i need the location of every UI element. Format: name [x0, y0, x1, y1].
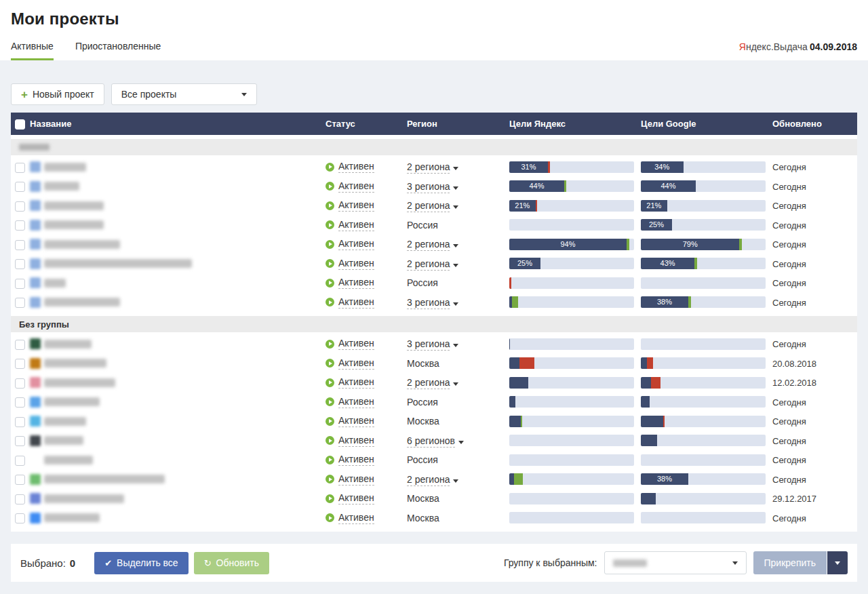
status-link[interactable]: Активен [338, 512, 374, 524]
column-header-updated[interactable]: Обновлено [772, 119, 857, 129]
project-name-redacted[interactable] [44, 220, 104, 229]
project-name-redacted[interactable] [44, 456, 93, 464]
region-dropdown-link[interactable]: 3 региона [407, 297, 450, 309]
project-name-redacted[interactable] [44, 494, 124, 503]
row-checkbox[interactable] [15, 220, 25, 231]
group-name-redacted [19, 144, 50, 151]
row-checkbox[interactable] [15, 259, 25, 269]
yandex-goals-bar [509, 512, 634, 523]
goal-bar-segment-navy [641, 396, 650, 408]
row-checkbox[interactable] [15, 513, 25, 523]
status-link[interactable]: Активен [338, 338, 374, 350]
status-link[interactable]: Активен [338, 199, 374, 212]
status-link[interactable]: Активен [338, 492, 374, 504]
project-favicon [30, 435, 41, 446]
goal-bar-segment-green [694, 258, 697, 269]
project-name-redacted[interactable] [44, 378, 115, 387]
status-link[interactable]: Активен [338, 296, 374, 309]
status-link[interactable]: Активен [338, 161, 374, 173]
region-label: Россия [407, 277, 438, 288]
region-dropdown-link[interactable]: 3 региона [407, 338, 450, 351]
project-name-redacted[interactable] [44, 513, 100, 522]
project-name-redacted[interactable] [44, 359, 106, 368]
page-header: Мои проекты Активные Приостановленные Ян… [0, 0, 868, 60]
group-select[interactable] [604, 551, 747, 574]
project-name-redacted[interactable] [44, 182, 79, 191]
refresh-button[interactable]: ↻ Обновить [194, 552, 269, 574]
row-checkbox[interactable] [15, 163, 25, 173]
status-link[interactable]: Активен [338, 396, 374, 408]
new-project-button[interactable]: + Новый проект [11, 83, 104, 105]
project-name-redacted[interactable] [44, 417, 86, 426]
goal-bar-segment-red [548, 161, 550, 173]
row-checkbox[interactable] [15, 456, 25, 466]
project-name-redacted[interactable] [44, 298, 120, 306]
status-link[interactable]: Активен [338, 277, 374, 289]
status-link[interactable]: Активен [338, 454, 374, 466]
select-all-button[interactable]: ✔ Выделить все [94, 552, 188, 574]
updated-date: Сегодня [772, 162, 806, 172]
chevron-down-icon [453, 264, 458, 267]
status-link[interactable]: Активен [338, 435, 374, 447]
region-dropdown-link[interactable]: 2 региона [407, 239, 450, 251]
row-checkbox[interactable] [15, 240, 25, 250]
project-name-redacted[interactable] [44, 240, 120, 249]
table-row: Активен3 региона44%44%Сегодня [11, 177, 857, 197]
status-link[interactable]: Активен [338, 219, 374, 231]
region-dropdown-link[interactable]: 2 региона [407, 258, 450, 271]
status-link[interactable]: Активен [338, 376, 374, 389]
goal-bar-segment-green [688, 296, 691, 308]
region-dropdown-link[interactable]: 2 региона [407, 161, 450, 174]
attach-button[interactable]: Прикрепить [753, 551, 827, 574]
project-name-redacted[interactable] [44, 259, 192, 268]
column-header-yandex-goals[interactable]: Цели Яндекс [509, 119, 641, 129]
row-checkbox[interactable] [15, 201, 25, 212]
tab-active-projects[interactable]: Активные [11, 41, 54, 60]
column-header-google-goals[interactable]: Цели Google [641, 119, 772, 129]
group-to-selected-label: Группу к выбранным: [504, 557, 597, 568]
status-link[interactable]: Активен [338, 238, 374, 250]
row-checkbox[interactable] [15, 359, 25, 369]
project-favicon [30, 474, 41, 485]
column-header-region[interactable]: Регион [407, 119, 509, 129]
row-checkbox[interactable] [15, 340, 25, 350]
row-checkbox[interactable] [15, 436, 25, 446]
row-checkbox[interactable] [15, 378, 25, 389]
select-all-checkbox[interactable] [15, 119, 25, 130]
region-dropdown-link[interactable]: 2 региона [407, 474, 450, 486]
status-link[interactable]: Активен [338, 357, 374, 370]
column-header-name[interactable]: Название [30, 119, 326, 129]
project-name-redacted[interactable] [44, 475, 165, 483]
yandex-goals-bar [509, 435, 634, 446]
project-name-redacted[interactable] [44, 279, 66, 288]
row-checkbox[interactable] [15, 298, 25, 308]
region-dropdown-link[interactable]: 3 региона [407, 181, 450, 193]
row-checkbox[interactable] [15, 475, 25, 485]
goal-bar-segment-navy: 38% [641, 473, 688, 485]
row-checkbox[interactable] [15, 417, 25, 427]
column-header-status[interactable]: Статус [326, 119, 407, 129]
status-link[interactable]: Активен [338, 473, 374, 486]
status-active-icon [326, 397, 334, 406]
project-name-redacted[interactable] [44, 201, 104, 210]
status-link[interactable]: Активен [338, 415, 374, 427]
project-name-redacted[interactable] [44, 163, 86, 172]
status-link[interactable]: Активен [338, 180, 374, 193]
row-checkbox[interactable] [15, 279, 25, 289]
tab-paused-projects[interactable]: Приостановленные [75, 41, 161, 60]
row-checkbox[interactable] [15, 397, 25, 408]
projects-filter-select[interactable]: Все проекты [111, 83, 257, 105]
region-dropdown-link[interactable]: 6 регионов [407, 435, 455, 448]
status-link[interactable]: Активен [338, 258, 374, 270]
region-dropdown-link[interactable]: 2 региона [407, 377, 450, 389]
yandex-goals-bar [509, 396, 634, 408]
project-name-redacted[interactable] [44, 436, 83, 445]
status-active-icon [326, 436, 334, 445]
region-dropdown-link[interactable]: 2 региона [407, 200, 450, 212]
goal-bar-segment-navy [509, 357, 519, 369]
row-checkbox[interactable] [15, 182, 25, 192]
project-name-redacted[interactable] [44, 340, 92, 349]
project-name-redacted[interactable] [44, 397, 100, 406]
row-checkbox[interactable] [15, 494, 25, 504]
attach-dropdown-button[interactable] [827, 551, 848, 574]
